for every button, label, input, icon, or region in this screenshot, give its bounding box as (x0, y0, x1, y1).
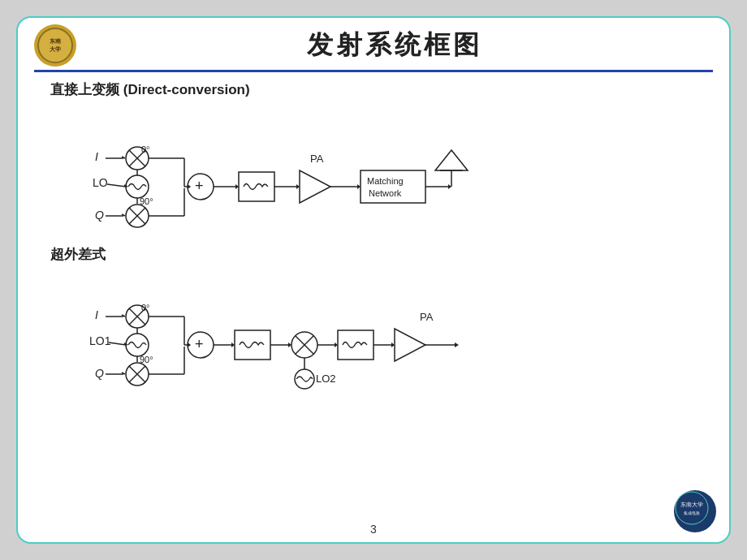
svg-rect-37 (361, 170, 425, 203)
svg-text:+: + (195, 336, 204, 352)
svg-marker-92 (455, 342, 459, 347)
svg-text:集成电路: 集成电路 (684, 510, 700, 515)
svg-text:I: I (95, 150, 98, 163)
svg-text:PA: PA (310, 153, 324, 165)
section1-label-en: (Direct-conversion) (123, 82, 250, 97)
svg-marker-34 (300, 170, 330, 203)
logo-text: 东南大学 (50, 37, 61, 54)
bottom-logo-svg: 东南大学 集成电路 (674, 490, 710, 526)
university-logo: 东南大学 (34, 24, 76, 67)
svg-text:+: + (195, 178, 204, 194)
content-area: 直接上变频 (Direct-conversion) I 0° LO (18, 72, 729, 404)
page-number: 3 (370, 523, 377, 536)
svg-text:PA: PA (420, 311, 434, 323)
svg-point-53 (126, 334, 149, 356)
svg-text:0°: 0° (141, 144, 150, 154)
svg-line-54 (109, 342, 126, 345)
section2-label: 超外差式 (50, 247, 106, 262)
diagram1-svg: I 0° LO (50, 106, 700, 231)
svg-point-82 (295, 369, 314, 389)
section1-label-cn: 直接上变频 (50, 82, 119, 97)
header: 东南大学 发射系统框图 (18, 18, 729, 70)
diagram2-svg: I 0° LO1 (50, 270, 700, 394)
svg-text:LO1: LO1 (89, 334, 111, 347)
svg-point-8 (126, 175, 149, 198)
svg-text:90°: 90° (140, 355, 153, 364)
slide: 东南大学 发射系统框图 直接上变频 (Direct-conversion) I (16, 16, 731, 544)
svg-text:Network: Network (369, 188, 402, 198)
svg-text:东南大学: 东南大学 (680, 502, 703, 507)
svg-text:Q: Q (95, 367, 104, 380)
svg-point-93 (676, 492, 708, 524)
svg-text:0°: 0° (141, 303, 150, 312)
svg-text:Q: Q (95, 209, 104, 222)
diagram1: I 0° LO (50, 106, 697, 235)
svg-marker-90 (395, 329, 425, 361)
bottom-logo: 东南大学 集成电路 (674, 490, 716, 532)
svg-text:LO: LO (93, 176, 108, 189)
svg-line-9 (107, 184, 126, 187)
svg-text:90°: 90° (140, 196, 153, 206)
svg-text:LO2: LO2 (316, 373, 336, 385)
svg-marker-43 (435, 150, 468, 170)
section1-title: 直接上变频 (Direct-conversion) (50, 80, 697, 99)
section2-title: 超外差式 (50, 245, 697, 264)
diagram2: I 0° LO1 (50, 270, 697, 396)
svg-text:Matching: Matching (367, 176, 404, 186)
svg-text:I: I (95, 308, 98, 321)
slide-title: 发射系统框图 (76, 28, 713, 63)
